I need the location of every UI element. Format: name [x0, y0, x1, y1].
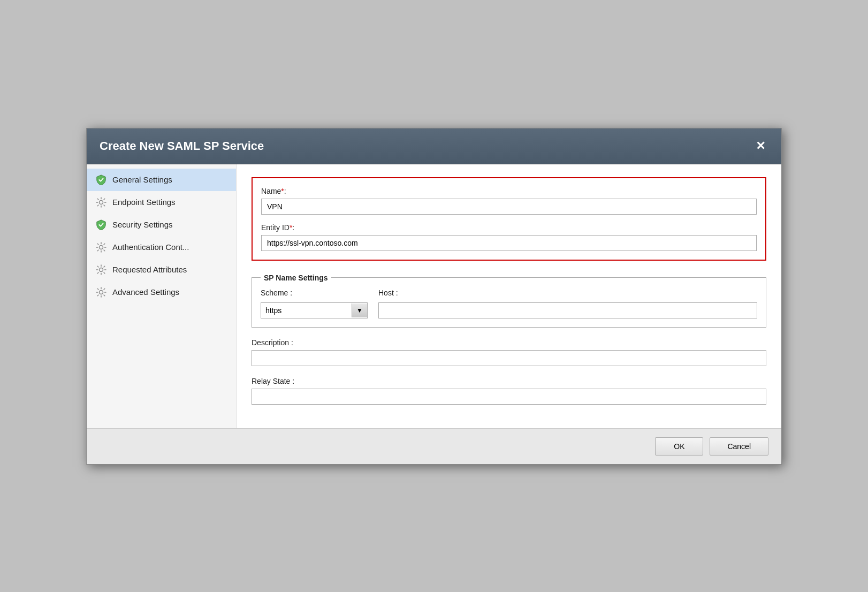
- host-field-group: Host :: [378, 289, 757, 318]
- sidebar-label-requested-attributes: Requested Attributes: [112, 265, 187, 274]
- dialog-body: General Settings Endpoint Settings: [87, 164, 781, 428]
- green-shield-icon: [95, 174, 107, 186]
- name-input[interactable]: [261, 199, 757, 215]
- sidebar-item-endpoint-settings[interactable]: Endpoint Settings: [87, 191, 236, 214]
- chevron-down-icon: ▼: [352, 303, 367, 317]
- sidebar-item-security-settings[interactable]: Security Settings: [87, 214, 236, 236]
- sidebar-item-general-settings[interactable]: General Settings: [87, 169, 236, 191]
- green-shield-icon-security: [95, 219, 107, 231]
- gray-gear-icon-auth: [95, 241, 107, 253]
- host-label: Host :: [378, 289, 757, 297]
- ok-button[interactable]: OK: [655, 437, 703, 456]
- dialog-header: Create New SAML SP Service ✕: [87, 128, 781, 164]
- name-label: Name*:: [261, 187, 757, 195]
- sidebar-label-general-settings: General Settings: [112, 175, 172, 184]
- sidebar-item-authentication-cont[interactable]: Authentication Cont...: [87, 236, 236, 259]
- relay-state-label: Relay State :: [252, 377, 766, 385]
- description-section: Description :: [252, 338, 766, 366]
- sp-name-settings-legend: SP Name Settings: [261, 274, 331, 282]
- sidebar-label-endpoint-settings: Endpoint Settings: [112, 198, 176, 207]
- scheme-select-wrapper[interactable]: https http ▼: [261, 302, 368, 318]
- sidebar-item-advanced-settings[interactable]: Advanced Settings: [87, 281, 236, 303]
- main-content: Name*: Entity ID*: SP Name Settings Sche…: [237, 164, 781, 428]
- gray-gear-icon-endpoint: [95, 196, 107, 208]
- relay-state-input[interactable]: [252, 389, 766, 405]
- sp-name-settings-group: SP Name Settings Scheme : https http ▼: [252, 274, 766, 328]
- svg-point-0: [100, 200, 103, 204]
- cancel-button[interactable]: Cancel: [710, 437, 768, 456]
- svg-point-3: [100, 290, 103, 294]
- scheme-select[interactable]: https http: [261, 303, 352, 318]
- scheme-label: Scheme :: [261, 289, 368, 297]
- create-saml-dialog: Create New SAML SP Service ✕ General Set…: [86, 128, 782, 465]
- gray-gear-icon-requested: [95, 264, 107, 276]
- gray-gear-icon-advanced: [95, 286, 107, 298]
- description-input[interactable]: [252, 350, 766, 366]
- svg-point-2: [100, 268, 103, 271]
- sidebar: General Settings Endpoint Settings: [87, 164, 237, 428]
- sidebar-label-advanced-settings: Advanced Settings: [112, 287, 179, 297]
- entity-id-label: Entity ID*:: [261, 223, 757, 232]
- sidebar-item-requested-attributes[interactable]: Requested Attributes: [87, 259, 236, 281]
- host-input[interactable]: [378, 302, 757, 318]
- name-entityid-section: Name*: Entity ID*:: [252, 177, 766, 261]
- close-button[interactable]: ✕: [752, 138, 768, 154]
- scheme-field-group: Scheme : https http ▼: [261, 289, 368, 318]
- relay-state-section: Relay State :: [252, 377, 766, 405]
- dialog-footer: OK Cancel: [87, 428, 781, 464]
- dialog-title: Create New SAML SP Service: [100, 139, 264, 153]
- svg-point-1: [100, 245, 103, 249]
- scheme-host-row: Scheme : https http ▼ Host :: [261, 289, 757, 318]
- description-label: Description :: [252, 338, 766, 347]
- sidebar-label-security-settings: Security Settings: [112, 220, 173, 229]
- sidebar-label-authentication-cont: Authentication Cont...: [112, 242, 189, 252]
- entity-id-input[interactable]: [261, 235, 757, 251]
